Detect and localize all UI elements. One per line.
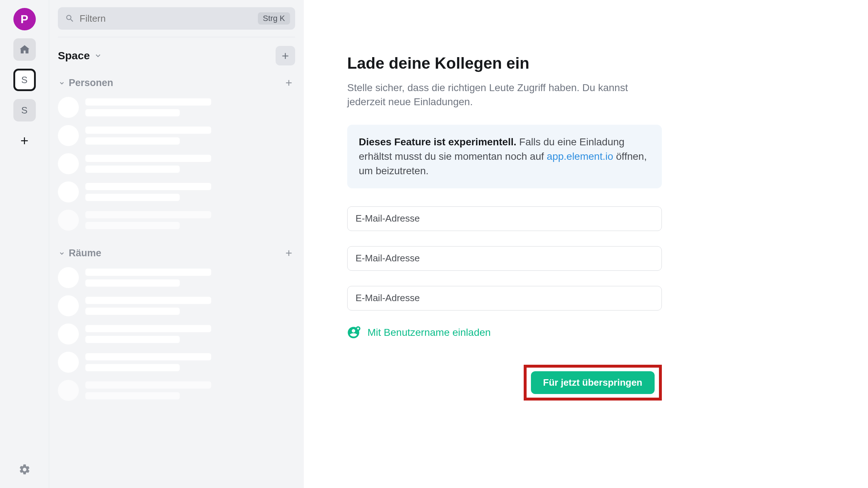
search-input[interactable] [80,13,253,24]
notice-link[interactable]: app.element.io [547,151,613,162]
search-icon [65,14,75,23]
people-list [58,97,295,231]
add-room-button[interactable]: + [276,46,295,65]
list-item [58,181,295,202]
list-item [58,295,295,316]
chevron-down-icon [59,250,65,257]
gear-icon [18,463,31,476]
home-button[interactable] [13,38,36,61]
email-input[interactable] [356,213,654,224]
highlight-frame: Für jetzt überspringen [524,365,662,401]
add-room-button[interactable]: + [283,247,294,260]
search-shortcut-badge: Strg K [258,12,290,25]
email-input[interactable] [356,253,654,264]
list-item [58,324,295,344]
add-person-button[interactable]: + [283,76,294,90]
list-item [58,380,295,401]
invite-by-username-button[interactable]: Mit Benutzername einladen [347,326,662,339]
chevron-down-icon [94,52,102,60]
space-header: Space + [58,46,295,65]
section-header-rooms: Räume + [58,247,295,267]
list-item [58,352,295,373]
room-list-sidebar: Strg K Space + Personen + Räume + [49,0,304,488]
section-toggle-rooms[interactable]: Räume [59,248,101,259]
list-item [58,210,295,231]
add-user-icon [347,326,361,339]
settings-button[interactable] [18,463,31,477]
section-header-people: Personen + [58,76,295,97]
section-title: Personen [69,77,113,89]
space-title: Space [58,50,90,62]
email-field-2[interactable] [347,246,662,271]
page-subtitle: Stelle sicher, dass die richtigen Leute … [347,81,662,109]
add-space-button[interactable]: + [13,129,36,152]
space-rail: P S S + [0,0,49,488]
page-title: Lade deine Kollegen ein [347,54,662,72]
experimental-notice: Dieses Feature ist experimentell. Falls … [347,125,662,188]
home-icon [19,44,30,55]
section-title: Räume [69,248,101,259]
action-row: Für jetzt überspringen [347,365,662,401]
list-item [58,153,295,174]
email-field-1[interactable] [347,206,662,231]
section-toggle-people[interactable]: Personen [59,77,113,89]
list-item [58,97,295,118]
space-title-menu[interactable]: Space [58,50,102,62]
list-item [58,267,295,288]
chevron-down-icon [59,80,65,86]
main-content: Lade deine Kollegen ein Stelle sicher, d… [304,0,868,488]
notice-bold: Dieses Feature ist experimentell. [359,136,516,147]
skip-button[interactable]: Für jetzt überspringen [531,371,655,394]
divider [58,37,295,37]
email-input[interactable] [356,292,654,304]
list-item [58,125,295,146]
space-button[interactable]: S [13,99,36,121]
rooms-list [58,267,295,401]
invite-by-username-label: Mit Benutzername einladen [367,327,491,338]
email-field-3[interactable] [347,286,662,311]
user-avatar[interactable]: P [13,8,36,30]
search-field[interactable]: Strg K [58,7,295,30]
space-button-selected[interactable]: S [13,69,36,91]
